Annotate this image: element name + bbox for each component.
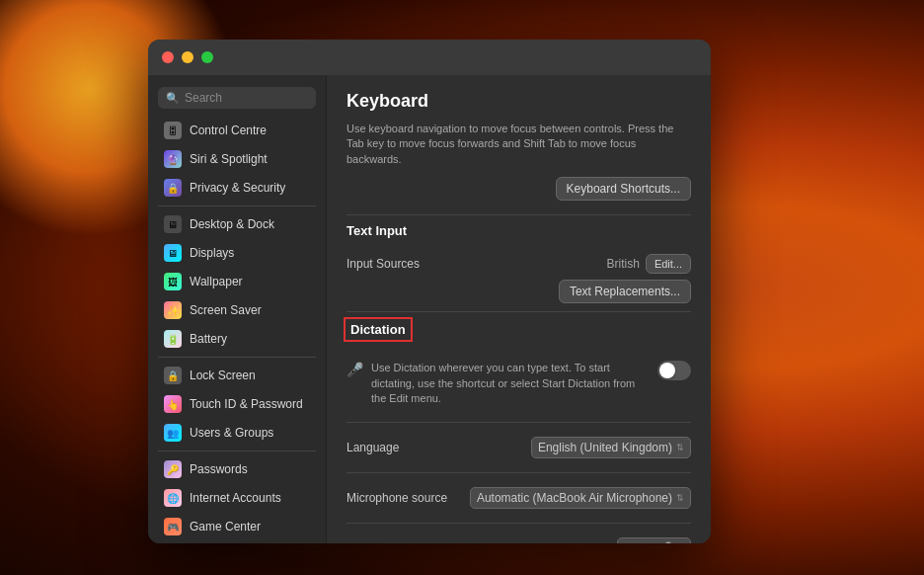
top-description: Use keyboard navigation to move focus be… bbox=[346, 122, 691, 167]
chevron-updown-icon-2: ⇅ bbox=[676, 493, 684, 503]
chevron-updown-icon: ⇅ bbox=[676, 443, 684, 452]
system-preferences-window: 🔍 🎛Control Centre🔮Siri & Spotlight🔒Priva… bbox=[148, 40, 711, 543]
sidebar-item-label: Screen Saver bbox=[190, 303, 262, 317]
screensaver-icon: ✨ bbox=[164, 301, 182, 319]
input-sources-row: Input Sources British Edit... bbox=[346, 248, 691, 280]
sidebar-item-desktop-dock[interactable]: 🖥Desktop & Dock bbox=[154, 210, 320, 238]
dictation-desc-row: 🎤 Use Dictation wherever you can type te… bbox=[346, 355, 691, 412]
language-select[interactable]: English (United Kingdom) ⇅ bbox=[531, 437, 691, 458]
sidebar-item-battery[interactable]: 🔋Battery bbox=[154, 325, 320, 353]
microphone-label: Microphone source bbox=[346, 491, 447, 505]
sidebar-item-label: Passwords bbox=[190, 462, 248, 476]
divider-3 bbox=[346, 422, 691, 423]
sidebar-item-touchid-password[interactable]: 👆Touch ID & Password bbox=[154, 390, 320, 418]
displays-icon: 🖥 bbox=[164, 244, 182, 262]
passwords-icon: 🔑 bbox=[164, 460, 182, 478]
maximize-button[interactable] bbox=[201, 51, 213, 63]
sidebar-item-label: Battery bbox=[190, 332, 227, 346]
shortcut-value: Press 🎤 bbox=[624, 541, 672, 543]
language-label: Language bbox=[346, 441, 399, 454]
sidebar-item-privacy-security[interactable]: 🔒Privacy & Security bbox=[154, 174, 320, 202]
shortcut-select[interactable]: Press 🎤 ⇅ bbox=[617, 537, 691, 543]
sidebar-item-siri-spotlight[interactable]: 🔮Siri & Spotlight bbox=[154, 145, 320, 173]
lock-icon: 🔒 bbox=[164, 367, 182, 384]
sidebar-divider bbox=[158, 205, 316, 206]
dictation-header: Dictation bbox=[346, 320, 410, 339]
sidebar-divider bbox=[158, 451, 316, 452]
input-sources-value: British bbox=[607, 257, 640, 271]
sidebar: 🔍 🎛Control Centre🔮Siri & Spotlight🔒Priva… bbox=[148, 75, 326, 543]
siri-icon: 🔮 bbox=[164, 150, 182, 168]
shortcut-row: Shortcut Press 🎤 ⇅ bbox=[346, 532, 691, 543]
divider-4 bbox=[346, 472, 691, 473]
privacy-icon: 🔒 bbox=[164, 179, 182, 197]
input-sources-label: Input Sources bbox=[346, 257, 420, 271]
sidebar-divider bbox=[158, 357, 316, 358]
microphone-icon: 🎤 bbox=[346, 362, 363, 377]
sidebar-item-label: Control Centre bbox=[190, 123, 267, 137]
wallpaper-icon: 🖼 bbox=[164, 273, 182, 290]
battery-icon: 🔋 bbox=[164, 330, 182, 348]
sidebar-item-label: Siri & Spotlight bbox=[190, 152, 268, 166]
sidebar-item-label: Lock Screen bbox=[190, 369, 256, 382]
sidebar-item-label: Internet Accounts bbox=[190, 491, 281, 505]
sidebar-item-lock-screen[interactable]: 🔒Lock Screen bbox=[154, 362, 320, 389]
sidebar-item-screen-saver[interactable]: ✨Screen Saver bbox=[154, 296, 320, 324]
touchid-icon: 👆 bbox=[164, 395, 182, 413]
main-panel: Keyboard Use keyboard navigation to move… bbox=[326, 75, 711, 543]
desktop-icon: 🖥 bbox=[164, 215, 182, 233]
sidebar-item-game-center[interactable]: 🎮Game Center bbox=[154, 513, 320, 540]
text-input-header: Text Input bbox=[346, 223, 691, 238]
microphone-value: Automatic (MacBook Air Microphone) bbox=[477, 491, 672, 505]
edit-button[interactable]: Edit... bbox=[646, 254, 691, 274]
close-button[interactable] bbox=[162, 51, 174, 63]
window-content: 🔍 🎛Control Centre🔮Siri & Spotlight🔒Priva… bbox=[148, 75, 711, 543]
text-replacements-button[interactable]: Text Replacements... bbox=[559, 280, 691, 303]
sidebar-item-label: Users & Groups bbox=[190, 426, 273, 440]
search-input[interactable] bbox=[185, 91, 308, 105]
divider-1 bbox=[346, 214, 691, 215]
sidebar-item-users-groups[interactable]: 👥Users & Groups bbox=[154, 419, 320, 447]
keyboard-shortcuts-button[interactable]: Keyboard Shortcuts... bbox=[556, 177, 691, 201]
divider-5 bbox=[346, 523, 691, 524]
toggle-knob bbox=[659, 363, 675, 378]
sidebar-item-label: Wallpaper bbox=[190, 275, 243, 288]
sidebar-item-passwords[interactable]: 🔑Passwords bbox=[154, 455, 320, 483]
dictation-description: Use Dictation wherever you can type text… bbox=[371, 361, 650, 406]
language-value: English (United Kingdom) bbox=[538, 441, 672, 454]
sidebar-item-label: Touch ID & Password bbox=[190, 397, 303, 411]
microphone-row: Microphone source Automatic (MacBook Air… bbox=[346, 481, 691, 515]
cc-icon: 🎛 bbox=[164, 122, 182, 139]
sidebar-item-label: Displays bbox=[190, 246, 234, 260]
sidebar-list: 🎛Control Centre🔮Siri & Spotlight🔒Privacy… bbox=[148, 117, 326, 543]
sidebar-item-wallpaper[interactable]: 🖼Wallpaper bbox=[154, 268, 320, 295]
gamecenter-icon: 🎮 bbox=[164, 518, 182, 535]
page-title: Keyboard bbox=[346, 91, 691, 112]
language-row: Language English (United Kingdom) ⇅ bbox=[346, 431, 691, 464]
sidebar-item-control-centre[interactable]: 🎛Control Centre bbox=[154, 117, 320, 144]
sidebar-item-label: Desktop & Dock bbox=[190, 217, 274, 231]
input-sources-value-group: British Edit... bbox=[607, 254, 691, 274]
microphone-select[interactable]: Automatic (MacBook Air Microphone) ⇅ bbox=[470, 487, 691, 509]
search-box[interactable]: 🔍 bbox=[158, 87, 316, 109]
search-icon: 🔍 bbox=[166, 92, 180, 105]
users-icon: 👥 bbox=[164, 424, 182, 442]
divider-2 bbox=[346, 311, 691, 312]
title-bar bbox=[148, 40, 711, 75]
sidebar-item-internet-accounts[interactable]: 🌐Internet Accounts bbox=[154, 484, 320, 512]
sidebar-item-label: Privacy & Security bbox=[190, 181, 285, 195]
sidebar-item-label: Game Center bbox=[190, 520, 261, 534]
sidebar-item-displays[interactable]: 🖥Displays bbox=[154, 239, 320, 267]
minimize-button[interactable] bbox=[182, 51, 193, 63]
internet-icon: 🌐 bbox=[164, 489, 182, 507]
shortcut-label: Shortcut bbox=[346, 541, 391, 543]
dictation-toggle[interactable] bbox=[657, 361, 691, 380]
